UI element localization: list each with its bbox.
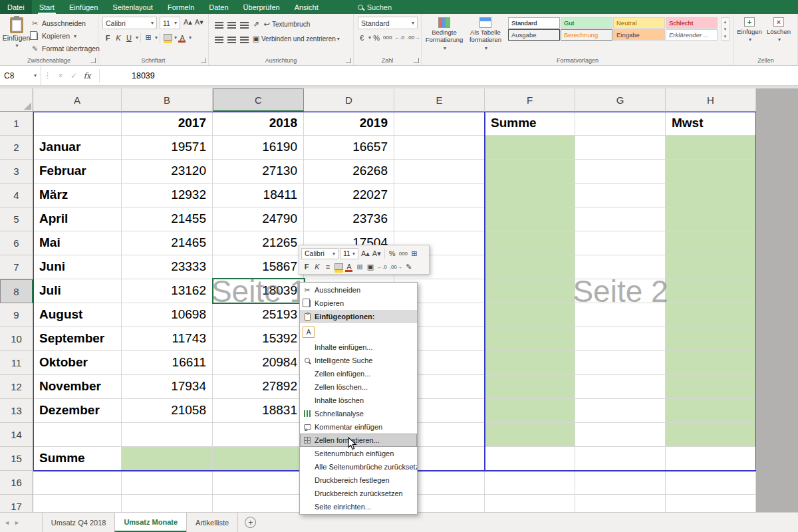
cell-f12[interactable]: [485, 375, 575, 399]
context-menu-item-zellen-einfugen[interactable]: Zellen einfügen...: [300, 367, 417, 380]
decrease-decimal-icon[interactable]: .00→: [406, 32, 421, 43]
ribbon-tab-uberprufen[interactable]: Überprüfen: [236, 0, 287, 14]
column-header-f[interactable]: F: [485, 88, 575, 112]
gallery-down-icon[interactable]: ▼: [724, 27, 728, 31]
cell-f10[interactable]: [485, 327, 575, 351]
sheet-tab-artikelliste[interactable]: Artikelliste: [186, 513, 238, 532]
cell-f5[interactable]: [485, 207, 575, 231]
cell-a2[interactable]: Januar: [33, 136, 122, 160]
cell-a6[interactable]: Mai: [33, 231, 122, 255]
currency-icon[interactable]: €: [356, 32, 367, 43]
sheet-nav-right-icon[interactable]: ►: [14, 513, 24, 532]
confirm-entry-icon[interactable]: ✓: [67, 71, 80, 80]
italic-button[interactable]: K: [312, 261, 323, 273]
row-header-15[interactable]: 15: [0, 447, 33, 471]
cell-g2[interactable]: [575, 136, 666, 160]
increase-decimal-icon[interactable]: ←.0: [393, 32, 406, 43]
context-menu-item-druckbereich-zurucksetzen[interactable]: Druckbereich zurücksetzen: [300, 487, 417, 500]
row-header-8[interactable]: 8: [0, 279, 33, 303]
row-header-7[interactable]: 7: [0, 255, 33, 279]
paste-button[interactable]: Einfügen ▾: [3, 17, 30, 55]
merge-center-label[interactable]: Verbinden und zentrieren: [261, 35, 336, 43]
underline-button[interactable]: U: [124, 32, 134, 43]
cell-c1[interactable]: 2018: [213, 112, 304, 136]
column-header-e[interactable]: E: [394, 88, 485, 112]
cell-f8[interactable]: [485, 279, 575, 303]
cell-h4[interactable]: [666, 184, 756, 207]
cell-a13[interactable]: Dezember: [33, 399, 122, 423]
merge-center-icon[interactable]: ▣: [365, 261, 376, 273]
row-header-10[interactable]: 10: [0, 327, 33, 351]
format-painter-icon[interactable]: ✎: [404, 261, 414, 273]
context-menu-item-zellen-formatieren[interactable]: Zellen formatieren...: [300, 434, 417, 447]
percent-style-icon[interactable]: %: [371, 32, 382, 43]
cell-f4[interactable]: [485, 184, 575, 207]
align-bottom-icon[interactable]: [240, 21, 249, 28]
ribbon-tab-formeln[interactable]: Formeln: [160, 0, 201, 14]
cell-f16[interactable]: [485, 471, 575, 495]
cell-f17[interactable]: [485, 495, 575, 512]
cell-e2[interactable]: [394, 136, 485, 160]
insert-function-icon[interactable]: fx: [80, 71, 94, 80]
cell-h9[interactable]: [666, 303, 756, 327]
format-as-table-button[interactable]: Als Tabelle formatieren ▾: [466, 16, 505, 55]
cell-a7[interactable]: Juni: [33, 255, 122, 279]
context-menu-item-druckbereich-festlegen[interactable]: Druckbereich festlegen: [300, 473, 417, 487]
cell-c17[interactable]: [213, 495, 304, 512]
cell-b3[interactable]: 23120: [122, 160, 213, 184]
row-header-6[interactable]: 6: [0, 231, 33, 255]
cell-h6[interactable]: [666, 231, 756, 255]
cell-style-standard[interactable]: Standard: [508, 17, 560, 29]
cell-f1[interactable]: Summe: [485, 112, 575, 136]
cell-c2[interactable]: 16190: [213, 136, 304, 160]
row-header-13[interactable]: 13: [0, 399, 33, 423]
cell-e1[interactable]: [394, 112, 485, 136]
borders-icon[interactable]: ⊞: [143, 32, 154, 43]
cell-a4[interactable]: März: [33, 184, 122, 207]
row-header-11[interactable]: 11: [0, 351, 33, 375]
cell-c5[interactable]: 24790: [213, 207, 304, 231]
cell-h12[interactable]: [666, 375, 756, 399]
cell-f15[interactable]: [485, 447, 575, 471]
cell-style-berechnung[interactable]: Berechnung: [561, 29, 612, 41]
cell-g17[interactable]: [575, 495, 666, 512]
cell-c11[interactable]: 20984: [213, 351, 304, 375]
row-header-5[interactable]: 5: [0, 207, 33, 231]
cell-c10[interactable]: 15392: [213, 327, 304, 351]
row-header-1[interactable]: 1: [0, 112, 33, 136]
font-size-select[interactable]: 11▾: [160, 17, 180, 29]
cell-c15[interactable]: [213, 447, 304, 471]
ribbon-tab-start[interactable]: Start: [32, 0, 62, 14]
gallery-scrollbar[interactable]: ▲▼▼: [721, 17, 730, 41]
cell-c9[interactable]: 25193: [213, 303, 304, 327]
cell-a16[interactable]: [33, 471, 122, 495]
cell-b7[interactable]: 23333: [122, 255, 213, 279]
increase-decimal-icon[interactable]: ←.0: [376, 261, 388, 273]
cell-a3[interactable]: Februar: [33, 160, 122, 184]
context-menu-item-paste-option[interactable]: A: [300, 323, 417, 340]
wrap-text-icon[interactable]: ↩: [261, 19, 272, 30]
cell-g3[interactable]: [575, 160, 666, 184]
cell-f7[interactable]: [485, 255, 575, 279]
cell-h7[interactable]: [666, 255, 756, 279]
formula-input[interactable]: 18039: [105, 71, 155, 80]
column-header-g[interactable]: G: [575, 88, 666, 112]
cell-d3[interactable]: 26268: [304, 160, 394, 184]
align-left-icon[interactable]: [215, 36, 223, 43]
cell-g9[interactable]: [575, 303, 666, 327]
context-menu-item-kopieren[interactable]: Kopieren: [300, 297, 417, 310]
cell-h10[interactable]: [666, 327, 756, 351]
cell-d4[interactable]: 22027: [304, 184, 394, 207]
column-header-c[interactable]: C: [213, 88, 304, 112]
sheet-nav-left-icon[interactable]: ◄: [0, 513, 14, 532]
cell-c12[interactable]: 27892: [213, 375, 304, 399]
cell-f6[interactable]: [485, 231, 575, 255]
cell-f9[interactable]: [485, 303, 575, 327]
cell-b13[interactable]: 21058: [122, 399, 213, 423]
context-menu-item-kommentar-einfugen[interactable]: Kommentar einfügen: [300, 420, 417, 434]
cell-h3[interactable]: [666, 160, 756, 184]
percent-style-icon[interactable]: %: [387, 248, 398, 259]
cell-d2[interactable]: 16657: [304, 136, 394, 160]
align-center-icon[interactable]: ≡: [323, 261, 333, 273]
align-middle-icon[interactable]: [227, 21, 236, 28]
